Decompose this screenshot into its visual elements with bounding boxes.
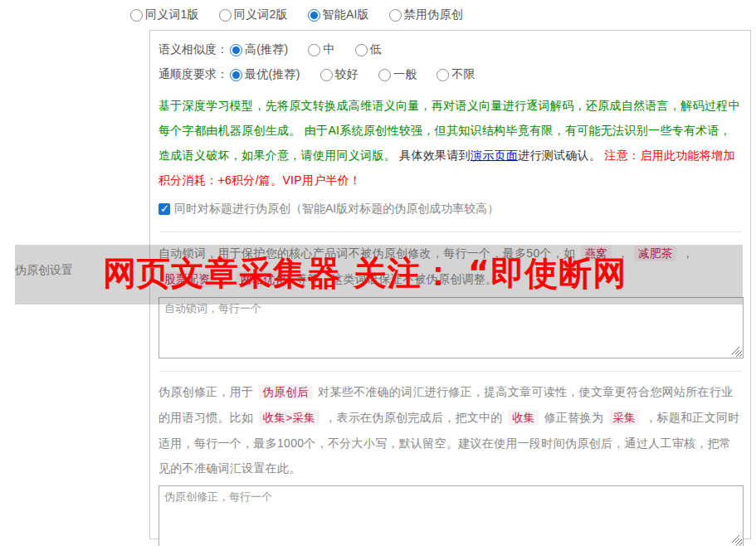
- radio-icon: [308, 44, 320, 56]
- text-segment: ，: [216, 272, 235, 285]
- radio-label: 禁用伪原创: [404, 7, 463, 22]
- correction-description: 伪原创修正，用于 伪原创后 对某些不准确的词汇进行修正，提高文章可读性，使文章更…: [159, 379, 742, 480]
- radio-smart-ai[interactable]: 智能AI版: [308, 7, 369, 22]
- radio-similarity-medium[interactable]: 中: [308, 42, 334, 57]
- text-segment: 采集: [608, 410, 640, 426]
- radio-label: 最优(推荐): [245, 67, 300, 82]
- radio-similarity-low[interactable]: 低: [355, 42, 382, 57]
- radio-fluency-better[interactable]: 较好: [320, 67, 358, 82]
- section-divider: [159, 232, 742, 232]
- text-segment: 自动锁词，用于保护您的核心产品词不被伪原创修改，每行一个，最多50个，如: [159, 246, 579, 260]
- text-segment: 等等，这类词语保证不被伪原创调整。: [292, 272, 497, 285]
- pseudo-original-version-radio-group: 同义词1版 同义词2版 智能AI版 禁用伪原创: [130, 7, 463, 22]
- radio-label: 较好: [335, 67, 358, 82]
- radio-icon: [308, 9, 320, 22]
- text-segment: ，: [678, 246, 694, 260]
- checkbox-icon: [159, 203, 170, 215]
- text-segment: 收集: [508, 410, 539, 426]
- semantic-similarity-label: 语义相似度：: [159, 42, 228, 57]
- text-segment: 伪原创修正，用于: [159, 385, 257, 398]
- auto-lock-words-textarea[interactable]: [159, 297, 744, 358]
- text-segment: 修正替换为: [540, 411, 607, 424]
- radio-icon: [378, 69, 391, 81]
- text-segment: 进行测试确认。: [518, 149, 604, 162]
- text-segment: 具体效果请到: [396, 149, 471, 162]
- text-segment: 伪原创后: [259, 384, 313, 400]
- radio-fluency-unlimited[interactable]: 不限: [437, 67, 475, 82]
- text-segment: 股票配资: [160, 271, 214, 287]
- fluency-requirement-row: 通顺度要求： 最优(推荐) 较好 一般 不限: [159, 62, 742, 87]
- section-divider: [159, 371, 742, 372]
- fluency-requirement-label: 通顺度要求：: [159, 67, 228, 82]
- ai-model-description: 基于深度学习模型，先将原文转换成高维语义向量，再对语义向量进行逐词解码，还原成自…: [159, 93, 742, 193]
- auto-lock-words-description: 自动锁词，用于保护您的核心产品词不被伪原创修改，每行一个，最多50个，如 燕窝 …: [159, 241, 742, 292]
- radio-icon: [230, 69, 242, 81]
- demo-page-link[interactable]: 演示页面: [471, 149, 518, 162]
- title-pseudo-original-checkbox[interactable]: 同时对标题进行伪原创（智能AI版对标题的伪原创成功率较高）: [159, 199, 742, 219]
- text-segment: 收集>采集: [259, 410, 319, 426]
- text-segment: 减肥茶: [634, 246, 676, 261]
- text-segment: ，表示在伪原创完成后，把文中的: [321, 411, 506, 424]
- radio-label: 不限: [451, 67, 475, 82]
- radio-label: 同义词2版: [234, 7, 288, 22]
- radio-icon: [230, 44, 242, 56]
- radio-label: 同义词1版: [145, 7, 199, 22]
- radio-synonym-v2[interactable]: 同义词2版: [219, 7, 288, 22]
- correction-textarea[interactable]: [159, 485, 744, 546]
- radio-label: 低: [370, 42, 382, 57]
- radio-icon: [355, 44, 368, 56]
- radio-label: 一般: [393, 67, 417, 82]
- section-label-pseudo-original-settings: 伪原创设置: [15, 263, 73, 278]
- ai-settings-panel: 语义相似度： 高(推荐) 中 低 通顺度要求： 最优(推荐) 较好 一般: [149, 30, 751, 539]
- radio-icon: [437, 69, 449, 81]
- radio-similarity-high[interactable]: 高(推荐): [230, 42, 288, 57]
- radio-label: 智能AI版: [323, 7, 369, 22]
- radio-synonym-v1[interactable]: 同义词1版: [130, 7, 199, 22]
- radio-label: 中: [323, 42, 334, 57]
- radio-icon: [219, 9, 232, 22]
- auto-lock-words-field-wrap: [159, 297, 742, 358]
- radio-icon: [320, 69, 333, 81]
- text-segment: 网站优化: [237, 271, 290, 287]
- radio-label: 高(推荐): [245, 42, 288, 57]
- radio-icon: [389, 9, 402, 22]
- text-segment: 燕窝: [581, 246, 612, 261]
- text-segment: ，: [613, 246, 632, 260]
- checkbox-label: 同时对标题进行伪原创（智能AI版对标题的伪原创成功率较高）: [174, 202, 499, 217]
- radio-fluency-best[interactable]: 最优(推荐): [230, 67, 300, 82]
- correction-field-wrap: [159, 485, 742, 546]
- radio-fluency-normal[interactable]: 一般: [378, 67, 417, 82]
- semantic-similarity-row: 语义相似度： 高(推荐) 中 低: [159, 37, 742, 62]
- radio-disable-pseudo-original[interactable]: 禁用伪原创: [389, 7, 463, 22]
- radio-icon: [130, 9, 143, 22]
